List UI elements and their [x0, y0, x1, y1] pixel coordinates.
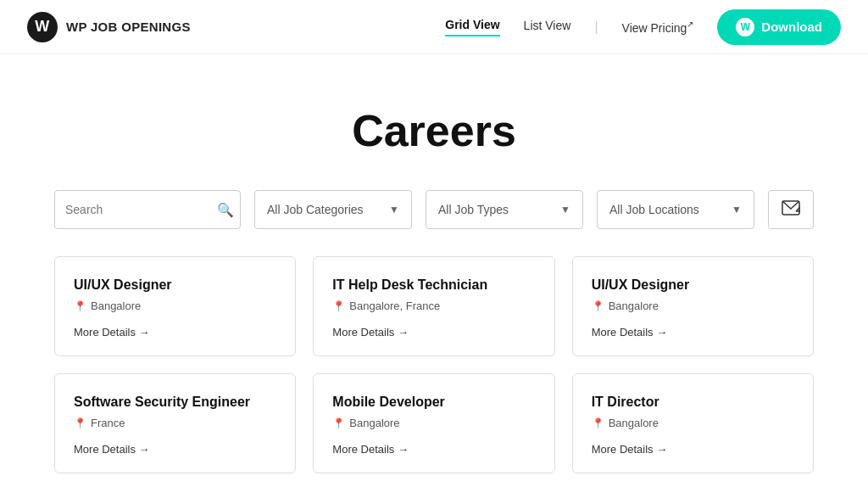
job-location: 📍 Bangalore: [74, 299, 276, 312]
categories-select[interactable]: All Job Categories: [267, 203, 381, 216]
navbar: W WP JOB OPENINGS Grid View List View | …: [0, 0, 868, 54]
email-icon: [782, 200, 800, 220]
job-location: 📍 France: [74, 417, 276, 429]
job-card[interactable]: IT Director 📍 Bangalore More Details →: [572, 373, 814, 473]
locations-filter[interactable]: All Job Locations ▼: [597, 190, 754, 229]
chevron-down-icon: ▼: [389, 204, 399, 216]
job-more-details-link[interactable]: More Details →: [74, 326, 276, 339]
email-alert-button[interactable]: [768, 190, 814, 229]
page-title: Careers: [27, 105, 841, 156]
nav-list-view[interactable]: List View: [524, 19, 571, 36]
job-grid: UI/UX Designer 📍 Bangalore More Details …: [0, 256, 868, 487]
job-title: Software Security Engineer: [74, 395, 276, 410]
job-title: IT Help Desk Technician: [332, 277, 535, 293]
search-icon: 🔍: [217, 202, 234, 218]
job-location: 📍 Bangalore, France: [332, 299, 535, 312]
types-filter[interactable]: All Job Types ▼: [426, 190, 583, 229]
location-pin-icon: 📍: [592, 417, 604, 429]
download-button[interactable]: W Download: [717, 9, 841, 45]
job-title: UI/UX Designer: [74, 277, 276, 293]
job-card[interactable]: UI/UX Designer 📍 Bangalore More Details …: [54, 256, 296, 356]
search-box[interactable]: 🔍: [54, 190, 241, 229]
location-pin-icon: 📍: [74, 300, 86, 312]
locations-select[interactable]: All Job Locations: [609, 203, 723, 216]
job-more-details-link[interactable]: More Details →: [592, 326, 794, 339]
job-more-details-link[interactable]: More Details →: [332, 326, 535, 339]
job-title: Mobile Developer: [332, 395, 535, 410]
job-location: 📍 Bangalore: [592, 299, 794, 312]
job-title: IT Director: [592, 395, 794, 410]
nav-grid-view[interactable]: Grid View: [445, 18, 499, 36]
wp-icon: W: [736, 18, 754, 36]
job-card[interactable]: UI/UX Designer 📍 Bangalore More Details …: [572, 256, 814, 356]
job-more-details-link[interactable]: More Details →: [74, 443, 276, 456]
location-pin-icon: 📍: [332, 300, 345, 312]
chevron-down-icon: ▼: [560, 204, 570, 216]
location-pin-icon: 📍: [74, 417, 86, 429]
types-select[interactable]: All Job Types: [438, 203, 552, 216]
nav-pricing[interactable]: View Pricing↗: [622, 20, 694, 35]
nav-links: Grid View List View | View Pricing↗ W Do…: [445, 9, 841, 45]
job-card[interactable]: IT Help Desk Technician 📍 Bangalore, Fra…: [313, 256, 554, 356]
categories-filter[interactable]: All Job Categories ▼: [254, 190, 412, 229]
nav-divider: |: [594, 20, 598, 35]
job-more-details-link[interactable]: More Details →: [592, 443, 794, 456]
chevron-down-icon: ▼: [732, 204, 742, 216]
location-pin-icon: 📍: [332, 417, 345, 429]
brand-name: WP JOB OPENINGS: [66, 20, 191, 34]
brand-logo-icon: W: [27, 12, 58, 42]
job-title: UI/UX Designer: [592, 277, 794, 293]
job-more-details-link[interactable]: More Details →: [332, 443, 535, 456]
brand: W WP JOB OPENINGS: [27, 12, 191, 42]
filters-bar: 🔍 All Job Categories ▼ All Job Types ▼ A…: [0, 190, 868, 229]
location-pin-icon: 📍: [592, 300, 604, 312]
job-location: 📍 Bangalore: [592, 417, 794, 429]
search-input[interactable]: [65, 203, 214, 216]
job-card[interactable]: Software Security Engineer 📍 France More…: [54, 373, 296, 473]
hero-section: Careers: [0, 54, 868, 190]
job-card[interactable]: Mobile Developer 📍 Bangalore More Detail…: [313, 373, 554, 473]
job-location: 📍 Bangalore: [332, 417, 535, 429]
